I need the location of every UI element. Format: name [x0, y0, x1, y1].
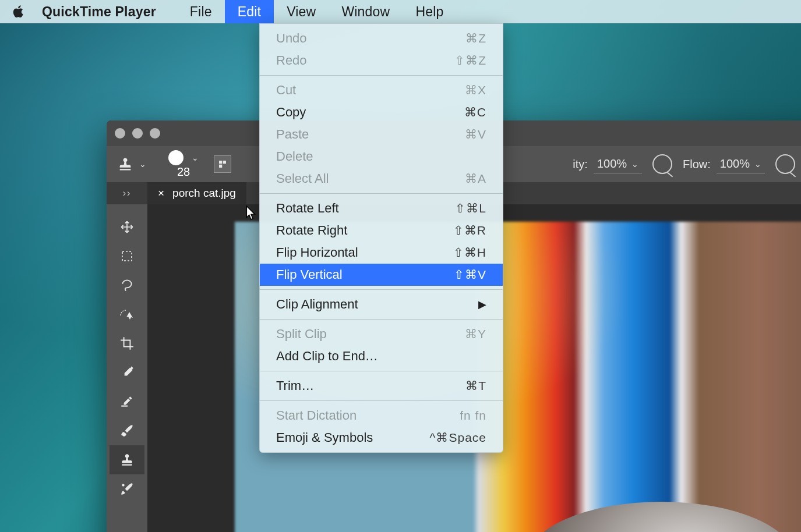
menu-item-delete: Delete [260, 146, 503, 168]
menu-item-clip-alignment[interactable]: Clip Alignment▶ [260, 293, 503, 315]
menu-item-rotate-left[interactable]: Rotate Left⇧⌘L [260, 197, 503, 219]
flow-value: 100% [720, 157, 750, 171]
traffic-light-minimize[interactable] [132, 128, 143, 139]
pressure-opacity-icon[interactable] [652, 154, 672, 174]
quick-selection-tool[interactable] [110, 300, 144, 329]
menu-item-shortcut: ⇧⌘Z [454, 54, 486, 68]
menu-separator [260, 400, 503, 401]
apple-menu-icon[interactable] [13, 5, 26, 19]
menu-edit[interactable]: Edit [225, 0, 274, 23]
brush-size-label: 28 [177, 165, 190, 179]
menu-item-flip-horizontal[interactable]: Flip Horizontal⇧⌘H [260, 242, 503, 264]
edit-dropdown-menu: Undo⌘ZRedo⇧⌘ZCut⌘XCopy⌘CPaste⌘VDeleteSel… [259, 23, 503, 453]
chevron-down-icon: ⌄ [631, 159, 638, 169]
menu-item-label: Delete [276, 149, 313, 164]
document-tab-label: porch cat.jpg [172, 187, 236, 200]
menu-item-start-dictation: Start Dictationfn fn [260, 405, 503, 427]
menu-item-rotate-right[interactable]: Rotate Right⇧⌘R [260, 219, 503, 242]
expand-panels-icon[interactable]: ›› [107, 188, 147, 198]
traffic-light-close[interactable] [115, 128, 125, 139]
tab-close-icon[interactable]: × [158, 187, 164, 200]
menu-item-shortcut: ⌘Y [465, 327, 486, 341]
brush-panel-toggle-icon[interactable] [214, 155, 231, 173]
clone-stamp-tool[interactable] [110, 445, 144, 474]
menu-item-shortcut: ⌘C [464, 105, 486, 119]
menu-item-label: Flip Horizontal [276, 245, 358, 260]
menu-help[interactable]: Help [403, 0, 456, 23]
menu-item-shortcut: ⌘A [465, 172, 486, 186]
chevron-down-icon: ⌄ [192, 153, 199, 162]
svg-rect-0 [122, 251, 132, 261]
menu-separator [260, 319, 503, 320]
menu-item-shortcut: ⌘X [465, 83, 486, 97]
menu-item-trim[interactable]: Trim…⌘T [260, 375, 503, 397]
submenu-arrow-icon: ▶ [478, 298, 486, 311]
menu-item-label: Select All [276, 171, 329, 186]
brush-preview-dot [168, 150, 184, 165]
document-tab[interactable]: × porch cat.jpg [147, 182, 246, 204]
healing-brush-tool[interactable] [110, 387, 144, 416]
menu-item-shortcut: ⌘Z [465, 31, 486, 45]
menu-separator [260, 371, 503, 371]
menu-item-copy[interactable]: Copy⌘C [260, 101, 503, 123]
menu-item-flip-vertical[interactable]: Flip Vertical⇧⌘V [260, 264, 503, 286]
menu-view[interactable]: View [274, 0, 329, 23]
menu-item-shortcut: ⇧⌘H [453, 246, 486, 260]
menu-item-label: Paste [276, 127, 309, 142]
menu-item-paste: Paste⌘V [260, 123, 503, 146]
menu-item-label: Flip Vertical [276, 267, 343, 282]
brush-tool[interactable] [110, 416, 144, 445]
menu-item-cut: Cut⌘X [260, 79, 503, 101]
history-brush-tool[interactable] [110, 474, 144, 503]
chevron-down-icon: ⌄ [754, 159, 761, 169]
flow-control[interactable]: Flow: 100%⌄ [683, 155, 765, 173]
stamp-icon [117, 156, 133, 172]
menu-item-shortcut: ⇧⌘R [453, 224, 486, 237]
menu-item-redo: Redo⇧⌘Z [260, 49, 503, 72]
traffic-light-zoom[interactable] [150, 128, 160, 139]
menu-item-label: Trim… [276, 378, 314, 393]
mouse-cursor-icon [245, 205, 258, 221]
opacity-value: 100% [597, 157, 627, 171]
flow-label: Flow: [683, 158, 711, 171]
opacity-control[interactable]: ity: 100%⌄ [573, 155, 642, 173]
lasso-tool[interactable] [110, 271, 144, 300]
airbrush-icon[interactable] [775, 154, 795, 174]
menu-item-label: Cut [276, 83, 296, 98]
menu-item-shortcut: ⇧⌘V [454, 268, 486, 282]
photoshop-tool-panel [107, 204, 147, 532]
menu-window[interactable]: Window [329, 0, 403, 23]
brush-preset-picker[interactable]: ⌄ 28 [168, 150, 199, 179]
menu-item-shortcut: fn fn [460, 409, 486, 423]
tool-preset-picker[interactable]: ⌄ [107, 156, 157, 172]
menu-separator [260, 193, 503, 194]
crop-tool[interactable] [110, 329, 144, 358]
menu-separator [260, 289, 503, 290]
eyedropper-tool[interactable] [110, 358, 144, 387]
menubar-app-name[interactable]: QuickTime Player [42, 4, 156, 20]
menu-item-label: Undo [276, 31, 307, 46]
menu-item-split-clip: Split Clip⌘Y [260, 323, 503, 345]
menu-item-shortcut: ^⌘Space [430, 431, 486, 445]
menu-item-label: Rotate Right [276, 223, 347, 238]
menu-item-shortcut: ⌘T [465, 379, 486, 393]
mac-menubar: QuickTime Player File Edit View Window H… [0, 0, 801, 23]
marquee-tool[interactable] [110, 242, 144, 271]
menu-item-label: Redo [276, 53, 307, 68]
menu-item-label: Start Dictation [276, 408, 357, 423]
menu-item-emoji-symbols[interactable]: Emoji & Symbols^⌘Space [260, 427, 503, 449]
opacity-label: ity: [573, 158, 588, 171]
menu-item-label: Rotate Left [276, 201, 339, 216]
menu-item-label: Emoji & Symbols [276, 430, 373, 445]
svg-rect-1 [121, 406, 128, 407]
menu-item-undo: Undo⌘Z [260, 27, 503, 49]
menu-file[interactable]: File [177, 0, 225, 23]
move-tool[interactable] [110, 212, 144, 242]
menu-item-add-clip-to-end[interactable]: Add Clip to End… [260, 345, 503, 367]
menu-item-label: Split Clip [276, 327, 327, 342]
menu-item-label: Copy [276, 105, 306, 120]
svg-point-2 [122, 484, 124, 486]
menu-item-shortcut: ⇧⌘L [455, 201, 486, 215]
menu-item-select-all: Select All⌘A [260, 168, 503, 190]
menu-item-label: Clip Alignment [276, 297, 358, 312]
